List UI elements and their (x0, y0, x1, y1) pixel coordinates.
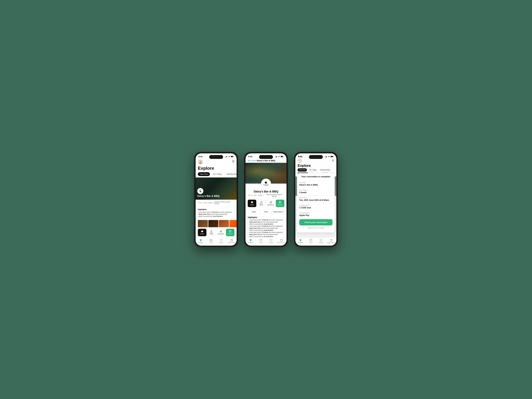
pill-open-now[interactable]: Open Now (198, 172, 210, 176)
nav-feed-label-1: Feed (209, 242, 213, 243)
nav-explore-3[interactable]: Explore (295, 239, 306, 243)
nav-reservations-label-3: Reservations (327, 242, 335, 243)
reservation-field-payment: Payment Method Apple Pay (299, 212, 332, 216)
reservations-nav-icon-3 (330, 239, 333, 242)
directions-label-2: Directions (268, 204, 274, 206)
rating-2: 4.0 (254, 195, 256, 196)
share-btn-2[interactable]: Share (257, 200, 266, 207)
signal-icon (226, 156, 228, 157)
saved-btn-1[interactable]: Saved (198, 229, 206, 236)
pill-friends[interactable]: Liked by friends (225, 172, 237, 176)
svg-rect-18 (276, 156, 276, 157)
reserve-btn-1[interactable]: Reserve (226, 229, 234, 236)
nav-feed-label-3: Feed (309, 242, 312, 243)
divider-3-4 (299, 203, 332, 203)
tabs-row-2: About Posts Reservations (248, 210, 284, 214)
nav-saved-2[interactable]: Saved (266, 239, 276, 243)
detail-scroll-2[interactable]: Highlights In the past month, 5 friends … (246, 215, 286, 238)
share-btn-1[interactable]: Share (207, 229, 216, 236)
detail-restaurant-name-2: Daisy's Bar & BBQ (248, 190, 284, 193)
nav-explore-1[interactable]: Explore (196, 239, 206, 243)
dot-2: • (213, 202, 214, 203)
restaurant-card-1[interactable]: Daisy's Bar & BBQ ★★★★ 4.0 • 0.3mi • Sav… (196, 177, 237, 227)
distance-1: 0.3mi (209, 202, 212, 203)
nav-feed-2[interactable]: Feed (256, 239, 266, 243)
tab-about-2[interactable]: About (248, 210, 260, 214)
svg-rect-39 (310, 239, 312, 241)
res-label-date: Date & time (299, 197, 332, 198)
gallery-thumb-1-1 (198, 220, 208, 227)
reservation-card-3: Your reservation is complete! Restaurant… (297, 173, 335, 233)
pill-rating[interactable]: 4.0 + rating (211, 172, 223, 176)
battery-icon-2 (281, 156, 284, 157)
hero-image-2: DAISY'S BBQEST 2007 (246, 163, 286, 184)
signal-icon-3 (325, 156, 327, 157)
reservation-field-restaurant: Restaurant Daisy's Bar & BBQ (299, 182, 332, 186)
nav-explore-label-1: Explore (198, 242, 203, 243)
svg-marker-6 (232, 161, 234, 163)
phone-3: 9:41 Explore Open Now 4.0 + rating Liked… (294, 152, 338, 247)
avatar-icon (198, 160, 203, 164)
res-label-restaurant: Restaurant (299, 182, 332, 183)
dot-1: • (207, 202, 208, 203)
nav-saved-1[interactable]: Saved (216, 239, 226, 243)
nav-reservations-label-2: Reservations (277, 242, 285, 243)
filter-button-1[interactable] (232, 160, 234, 164)
share-label-1: Share (210, 233, 213, 235)
nav-saved-label-3: Saved (319, 242, 323, 243)
nav-reservations-2[interactable]: Reservations (276, 239, 286, 243)
wifi-icon (228, 156, 230, 157)
nav-explore-2[interactable]: Explore (246, 239, 256, 243)
nav-reservations-3[interactable]: Reservations (326, 239, 336, 243)
check-reservation-btn-3[interactable]: Check your reservation (299, 219, 332, 225)
tab-reservations-2[interactable]: Reservations (272, 210, 284, 214)
nav-feed-3[interactable]: Feed (306, 239, 316, 243)
saved-by-1: Saved by Anton and 45 friends (215, 201, 234, 204)
filter-icon (232, 160, 234, 163)
svg-rect-1 (226, 156, 227, 157)
reservation-complete-title-3: Your reservation is complete! (299, 175, 332, 178)
logo-text-2: DAISY'S BBQEST 2007 (264, 184, 268, 186)
heart-icon-2 (251, 201, 253, 204)
res-label-seats: No. of seats (299, 189, 332, 191)
avatar-1[interactable] (198, 159, 203, 165)
svg-rect-9 (210, 239, 212, 241)
back-button-2[interactable]: Go back (248, 159, 256, 162)
feed-nav-icon-2 (260, 239, 262, 242)
share-friend-btn-3[interactable]: Share this to a friend (299, 225, 332, 230)
bbq-grill-icon (264, 181, 268, 184)
nav-saved-3[interactable]: Saved (316, 239, 326, 243)
tab-posts-2[interactable]: Posts (260, 210, 272, 214)
card-image-1: Daisy's Bar & BBQ (196, 177, 237, 200)
nav-reservations-1[interactable]: Reservations (226, 239, 237, 243)
highlight-item-1-1: • In the past month, 5 friends ate at th… (198, 211, 234, 213)
directions-btn-1[interactable]: Directions (216, 229, 225, 236)
gallery-thumb-1-3 (219, 220, 229, 227)
directions-btn-2[interactable]: Directions (266, 200, 275, 207)
reservation-field-special: Special requests 1 Child seat (299, 205, 332, 209)
svg-rect-23 (260, 239, 262, 241)
rating-1: 4.0 (204, 202, 206, 203)
phone-3-screen: 9:41 Explore Open Now 4.0 + rating Liked… (295, 153, 336, 246)
saved-btn-2[interactable]: Saved (248, 200, 256, 207)
phone2-content: DAISY'S BBQEST 2007 Daisy's Bar & BBQ ★★… (246, 163, 286, 246)
back-label-2: Go back (249, 159, 256, 162)
highlights-title-1: Highlights (198, 208, 234, 210)
nav-feed-1[interactable]: Feed (206, 239, 216, 243)
dynamic-island-2 (259, 155, 273, 159)
back-chevron-icon (248, 160, 249, 162)
h2-8: Baby back ribs are the most popular dish (248, 234, 284, 235)
card-info-1: ★★★★ 4.0 • 0.3mi • Saved by Anton and 45… (196, 200, 237, 207)
dynamic-island-1 (209, 155, 223, 159)
action-bar-1: Saved Share Directions Reserve (196, 227, 237, 238)
res-value-restaurant: Daisy's Bar & BBQ (299, 184, 332, 186)
svg-rect-17 (275, 157, 276, 157)
gallery-thumb-1-2 (208, 220, 218, 227)
svg-marker-22 (270, 202, 272, 203)
reserve-btn-2[interactable]: Reserve (276, 200, 285, 207)
nav-reservations-label-1: Reservations (228, 242, 235, 243)
bottom-nav-2: Explore Feed Saved Reservations (246, 238, 286, 246)
phone3-content: Explore Open Now 4.0 + rating Liked by f… (295, 158, 336, 246)
phone-2: 9:41 Go back Daisy's Bar & BBQ (244, 152, 288, 247)
saved-nav-icon-1 (220, 239, 223, 242)
